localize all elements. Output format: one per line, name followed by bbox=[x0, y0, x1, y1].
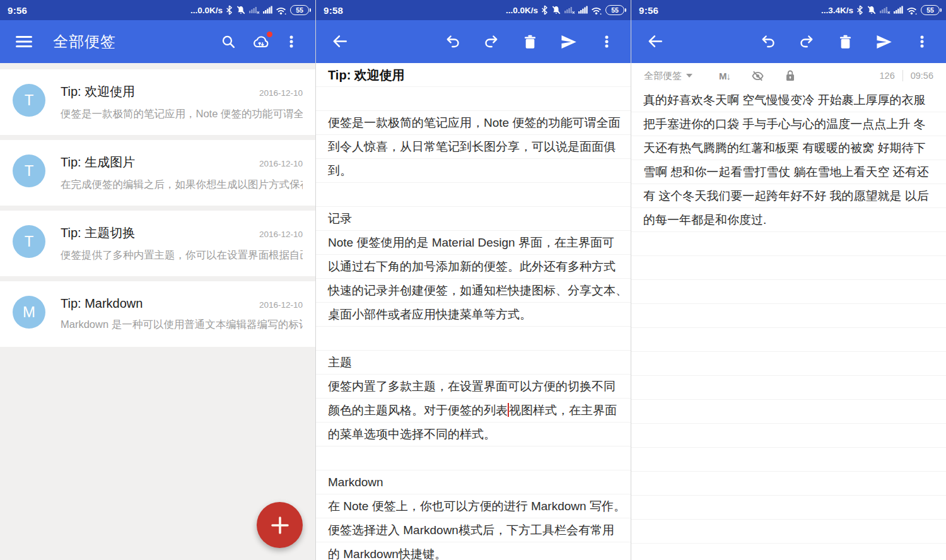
send-icon[interactable] bbox=[556, 29, 581, 54]
editor-line: 便签选择进入 Markdown模式后，下方工具栏会有常用 bbox=[328, 518, 619, 542]
app-bar bbox=[631, 20, 946, 63]
overflow-icon[interactable] bbox=[279, 29, 304, 54]
menu-icon[interactable] bbox=[11, 29, 37, 54]
avatar: T bbox=[13, 84, 45, 117]
signal-sim1-icon bbox=[880, 5, 891, 15]
network-speed: ...3.4K/s bbox=[821, 6, 853, 15]
note-list-item[interactable]: TTip: 主题切换2016-12-10便签提供了多种内置主题，你可以在设置界面… bbox=[0, 211, 315, 276]
bluetooth-icon bbox=[856, 5, 863, 15]
panel-editor-winter: 9:56 ...3.4K/s 55 全部便签 M↓ 126 09:56 bbox=[631, 0, 946, 560]
editor-line: 快速的记录并创建便签，如通知栏快捷图标、分享文本、 bbox=[328, 279, 619, 303]
note-preview: 便签提供了多种内置主题，你可以在设置界面根据自己的... bbox=[61, 248, 303, 262]
note-date: 2016-12-10 bbox=[259, 230, 303, 239]
plus-icon bbox=[271, 516, 289, 535]
network-speed: ...0.0K/s bbox=[506, 6, 538, 15]
bell-mute-icon bbox=[867, 5, 877, 15]
notebook-label: 全部便签 bbox=[644, 70, 682, 82]
wifi-icon bbox=[906, 6, 918, 15]
note-title: Tip: 生成图片 bbox=[61, 154, 135, 171]
char-count: 126 bbox=[880, 71, 895, 81]
bluetooth-icon bbox=[226, 5, 233, 15]
note-list-item[interactable]: TTip: 欢迎使用2016-12-10便签是一款极简的笔记应用，Note 便签… bbox=[0, 69, 315, 135]
wifi-icon bbox=[276, 6, 287, 15]
avatar: T bbox=[13, 155, 45, 187]
note-date: 2016-12-10 bbox=[259, 159, 303, 168]
note-list-item[interactable]: MTip: Markdown2016-12-10Markdown 是一种可以使用… bbox=[0, 281, 315, 347]
note-preview: 便签是一款极简的笔记应用，Note 便签的功能可谓全面到... bbox=[61, 107, 303, 121]
editor-line: 雪啊 想和你一起看雪打雪仗 躺在雪地上看天空 还有还 bbox=[643, 160, 934, 184]
lock-icon[interactable] bbox=[782, 67, 798, 84]
network-speed: ...0.0K/s bbox=[190, 6, 223, 15]
overflow-icon[interactable] bbox=[594, 29, 619, 54]
panel-editor-welcome: 9:58 ...0.0K/s 55 Tip: 欢迎使用便签是一款极简的笔记应用，… bbox=[315, 0, 631, 560]
page-title: 全部便签 bbox=[53, 32, 116, 52]
signal-sim2-icon bbox=[263, 5, 272, 15]
editor-line: 便签内置了多款主题，在设置界面可以方便的切换不同 bbox=[328, 375, 619, 399]
eye-off-icon[interactable] bbox=[749, 67, 766, 84]
back-icon[interactable] bbox=[327, 29, 353, 54]
note-title: Tip: 欢迎使用 bbox=[61, 83, 135, 100]
editor-line: 主题 bbox=[328, 351, 619, 375]
note-date: 2016-12-10 bbox=[259, 300, 303, 310]
app-bar: 全部便签 bbox=[0, 20, 315, 63]
app-bar bbox=[316, 20, 631, 63]
undo-icon[interactable] bbox=[756, 29, 781, 54]
status-bar: 9:56 ...0.0K/s 55 bbox=[0, 0, 315, 20]
note-editor-text[interactable]: 真的好喜欢冬天啊 空气慢慢变冷 开始裹上厚厚的衣服把手塞进你的口袋 手与手心与心… bbox=[631, 88, 946, 560]
note-editor-text[interactable]: Tip: 欢迎使用便签是一款极简的笔记应用，Note 便签的功能可谓全面到令人惊… bbox=[316, 63, 631, 560]
note-list-item[interactable]: TTip: 生成图片2016-12-10在完成便签的编辑之后，如果你想生成以图片… bbox=[0, 140, 315, 206]
wifi-icon bbox=[591, 6, 602, 15]
sync-badge bbox=[267, 32, 272, 37]
editor-line: 以通过右下角的加号添加新的便签。此外还有多种方式 bbox=[328, 255, 619, 279]
editor-line: 颜色的主题风格。对于便签的列表视图样式，在主界面 bbox=[328, 399, 619, 423]
battery-icon: 55 bbox=[290, 5, 309, 15]
editor-line: 的菜单选项中选择不同的样式。 bbox=[328, 423, 619, 446]
markdown-icon[interactable]: M↓ bbox=[716, 67, 733, 84]
notebook-selector[interactable]: 全部便签 bbox=[644, 70, 692, 82]
bluetooth-icon bbox=[541, 5, 548, 15]
editor-line: 到。 bbox=[328, 159, 619, 183]
editor-line bbox=[328, 183, 619, 207]
trash-icon[interactable] bbox=[517, 29, 542, 54]
search-icon[interactable] bbox=[216, 29, 241, 54]
editor-line: Markdown bbox=[328, 470, 619, 494]
caret-down-icon bbox=[686, 74, 692, 78]
note-preview: 在完成便签的编辑之后，如果你想生成以图片方式保存或... bbox=[61, 178, 303, 192]
bell-mute-icon bbox=[551, 5, 561, 15]
overflow-icon[interactable] bbox=[909, 29, 935, 54]
editor-line: 在 Note 便签上，你也可以方便的进行 Markdown 写作。 bbox=[328, 494, 619, 518]
send-icon[interactable] bbox=[871, 29, 896, 54]
note-meta-toolbar: 全部便签 M↓ 126 09:56 bbox=[631, 63, 946, 88]
note-title: Tip: Markdown bbox=[61, 296, 143, 311]
editor-line: Note 便签使用的是 Material Design 界面，在主界面可 bbox=[328, 231, 619, 255]
battery-icon: 55 bbox=[921, 5, 940, 15]
editor-line: 便签是一款极简的笔记应用，Note 便签的功能可谓全面 bbox=[328, 111, 619, 135]
signal-sim1-icon bbox=[249, 5, 260, 15]
redo-icon[interactable] bbox=[479, 29, 504, 54]
note-title: Tip: 主题切换 bbox=[61, 225, 135, 242]
clock: 9:58 bbox=[324, 5, 343, 16]
avatar: M bbox=[13, 296, 45, 329]
divider bbox=[902, 70, 903, 81]
undo-icon[interactable] bbox=[440, 29, 465, 54]
back-icon[interactable] bbox=[643, 29, 668, 54]
cloud-sync-icon[interactable] bbox=[248, 29, 274, 54]
trash-icon[interactable] bbox=[832, 29, 858, 54]
panel-note-list: 9:56 ...0.0K/s 55 全部便签 TTip: 欢迎使用2016-12… bbox=[0, 0, 315, 560]
editor-line bbox=[328, 87, 619, 111]
editor-line: 天还有热气腾腾的红薯和板栗 有暖暖的被窝 好期待下 bbox=[643, 136, 934, 160]
editor-line: 把手塞进你的口袋 手与手心与心的温度一点点上升 冬 bbox=[643, 112, 934, 136]
avatar: T bbox=[13, 225, 45, 258]
editor-line: 记录 bbox=[328, 207, 619, 231]
editor-line: 到令人惊喜，从日常笔记到长图分享，可以说是面面俱 bbox=[328, 135, 619, 159]
redo-icon[interactable] bbox=[794, 29, 819, 54]
editor-line: 真的好喜欢冬天啊 空气慢慢变冷 开始裹上厚厚的衣服 bbox=[643, 88, 934, 112]
signal-sim1-icon bbox=[564, 5, 575, 15]
composite-screenshots: 9:56 ...0.0K/s 55 全部便签 TTip: 欢迎使用2016-12… bbox=[0, 0, 946, 560]
add-note-button[interactable] bbox=[257, 502, 303, 548]
clock: 9:56 bbox=[8, 5, 27, 16]
battery-icon: 55 bbox=[605, 5, 624, 15]
editor-line bbox=[328, 327, 619, 351]
bell-mute-icon bbox=[236, 5, 246, 15]
editor-line: Tip: 欢迎使用 bbox=[328, 63, 619, 87]
